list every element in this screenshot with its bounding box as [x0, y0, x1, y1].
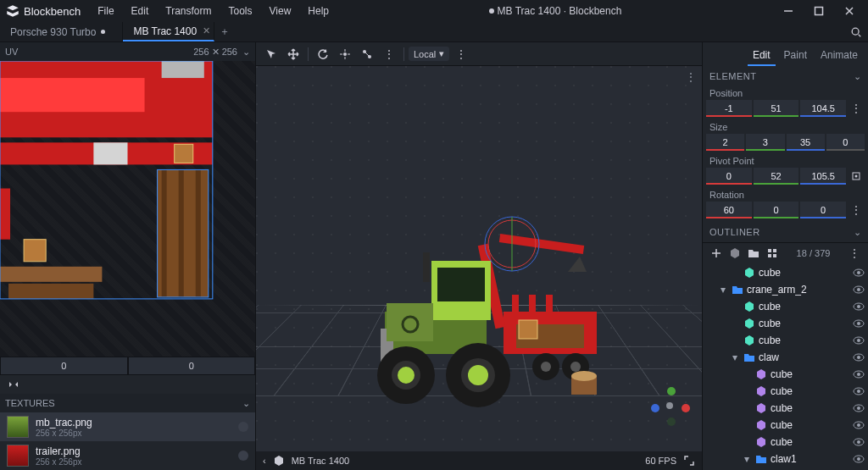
tree-toggle-icon[interactable]: ▾	[730, 351, 740, 363]
size-z-input[interactable]: 35	[787, 134, 825, 151]
uv-slider-x[interactable]: 0	[0, 357, 128, 375]
position-x-input[interactable]: -1	[706, 100, 752, 117]
tool-menu-icon[interactable]: ⋮	[379, 44, 399, 64]
transform-space-dropdown[interactable]: Local ▾	[409, 47, 449, 61]
menu-edit[interactable]: Edit	[125, 3, 156, 19]
statusbar: ‹ MB Trac 1400 60 FPS	[256, 451, 702, 470]
status-expand-icon[interactable]	[683, 455, 695, 467]
rotation-x-input[interactable]: 60	[706, 202, 752, 218]
texture-saved-indicator-icon	[238, 451, 248, 461]
tree-toggle-icon[interactable]: ▾	[742, 453, 752, 465]
visibility-toggle-icon[interactable]	[853, 436, 865, 448]
minimize-button[interactable]	[775, 1, 802, 21]
tree-item[interactable]: cube	[703, 417, 868, 434]
size-x-input[interactable]: 2	[706, 134, 744, 151]
visibility-toggle-icon[interactable]	[853, 335, 865, 346]
global-search-button[interactable]	[844, 22, 868, 42]
tool-vertex-snap-icon[interactable]	[357, 44, 377, 64]
visibility-toggle-icon[interactable]	[853, 301, 865, 312]
texture-item-trailer[interactable]: trailer.png 256 x 256px	[0, 441, 255, 470]
pivot-x-input[interactable]: 0	[706, 168, 752, 185]
main: UV 256 ✕ 256 ⌄	[0, 42, 868, 470]
outliner-chevron-icon[interactable]: ⌄	[854, 227, 862, 238]
uv-editor[interactable]	[0, 61, 255, 357]
menu-view[interactable]: View	[263, 3, 298, 19]
tab-mbtrac[interactable]: MB Trac 1400 ✕	[123, 22, 214, 41]
tool-move-icon[interactable]	[283, 44, 303, 64]
outliner-menu-icon[interactable]: ⋮	[846, 245, 863, 262]
visibility-toggle-icon[interactable]	[853, 284, 865, 296]
menu-tools[interactable]: Tools	[221, 3, 259, 19]
mode-tab-paint[interactable]: Paint	[779, 46, 812, 66]
status-back-icon[interactable]: ‹	[263, 456, 266, 466]
pivot-y-input[interactable]: 52	[754, 168, 799, 185]
visibility-toggle-icon[interactable]	[853, 368, 865, 380]
visibility-toggle-icon[interactable]	[853, 318, 865, 329]
mode-tab-animate[interactable]: Animate	[815, 46, 863, 66]
textures-chevron-icon[interactable]: ⌄	[242, 398, 250, 409]
uv-slider-y[interactable]: 0	[128, 357, 256, 375]
tree-item[interactable]: cube	[703, 400, 868, 417]
size-row: 2 3 35 0	[703, 134, 868, 154]
tool-rotate-icon[interactable]	[313, 44, 333, 64]
tree-item[interactable]: ▾claw1	[703, 451, 868, 467]
axis-center-icon	[666, 402, 673, 409]
visibility-toggle-icon[interactable]	[853, 351, 865, 363]
add-mesh-button[interactable]	[726, 245, 743, 262]
visibility-toggle-icon[interactable]	[853, 453, 865, 465]
menu-help[interactable]: Help	[301, 3, 336, 19]
visibility-toggle-icon[interactable]	[853, 402, 865, 414]
uv-mirror-icon[interactable]	[5, 376, 22, 393]
tab-add-button[interactable]: ＋	[214, 22, 235, 41]
toggle-options-button[interactable]	[764, 245, 781, 262]
axis-z-icon[interactable]	[651, 404, 659, 412]
pivot-z-input[interactable]: 105.5	[800, 168, 846, 185]
mode-tab-edit[interactable]: Edit	[748, 46, 776, 66]
menu-file[interactable]: File	[91, 3, 120, 19]
tab-close-icon[interactable]: ✕	[203, 25, 210, 36]
visibility-toggle-icon[interactable]	[853, 385, 865, 397]
size-inflate-input[interactable]: 0	[826, 134, 865, 151]
close-button[interactable]	[836, 1, 863, 21]
axis-orientation-widget[interactable]	[649, 385, 692, 428]
uv-menu-chevron-icon[interactable]: ⌄	[242, 47, 250, 58]
tree-item[interactable]: cube	[703, 298, 868, 315]
axis-neg-y-icon[interactable]	[667, 417, 676, 426]
axis-y-icon[interactable]	[667, 387, 676, 395]
tree-item[interactable]: ▾claw	[703, 349, 868, 366]
tree-item[interactable]: cube	[703, 264, 868, 281]
tool-cursor-icon[interactable]	[261, 44, 281, 64]
rotation-menu-icon[interactable]: ⋮	[848, 202, 865, 218]
viewport-overflow-icon[interactable]: ⋮	[683, 69, 698, 85]
position-z-input[interactable]: 104.5	[800, 100, 846, 117]
tool-pivot-icon[interactable]	[335, 44, 355, 64]
tree-toggle-icon[interactable]: ▾	[718, 284, 728, 296]
viewport-3d[interactable]: ⋮	[256, 66, 702, 451]
tree-item[interactable]: cube	[703, 366, 868, 383]
texture-item-mbtrac[interactable]: mb_trac.png 256 x 256px	[0, 412, 255, 441]
tab-porsche[interactable]: Porsche 930 Turbo	[0, 22, 123, 41]
tree-item[interactable]: cube	[703, 315, 868, 332]
add-cube-button[interactable]	[708, 245, 725, 262]
add-group-button[interactable]	[745, 245, 762, 262]
viewport-floor-grid	[256, 305, 702, 396]
tree-item[interactable]: cube	[703, 332, 868, 349]
visibility-toggle-icon[interactable]	[853, 419, 865, 431]
center-pivot-button[interactable]	[848, 168, 865, 185]
position-y-input[interactable]: 51	[754, 100, 799, 117]
position-menu-icon[interactable]: ⋮	[848, 100, 865, 117]
tool-more-icon[interactable]: ⋮	[451, 44, 471, 64]
tree-item[interactable]: cube	[703, 434, 868, 451]
rotation-z-input[interactable]: 0	[800, 202, 846, 218]
element-chevron-icon[interactable]: ⌄	[854, 71, 862, 82]
axis-x-icon[interactable]	[682, 404, 690, 412]
element-section-header: ELEMENT ⌄	[703, 66, 868, 86]
tree-item[interactable]: cube	[703, 383, 868, 400]
tab-modified-icon	[101, 30, 105, 34]
visibility-toggle-icon[interactable]	[853, 267, 865, 279]
tree-item[interactable]: ▾crane_arm_2	[703, 281, 868, 298]
maximize-button[interactable]	[805, 1, 832, 21]
rotation-y-input[interactable]: 0	[754, 202, 799, 218]
size-y-input[interactable]: 3	[746, 134, 784, 151]
menu-transform[interactable]: Transform	[159, 3, 218, 19]
